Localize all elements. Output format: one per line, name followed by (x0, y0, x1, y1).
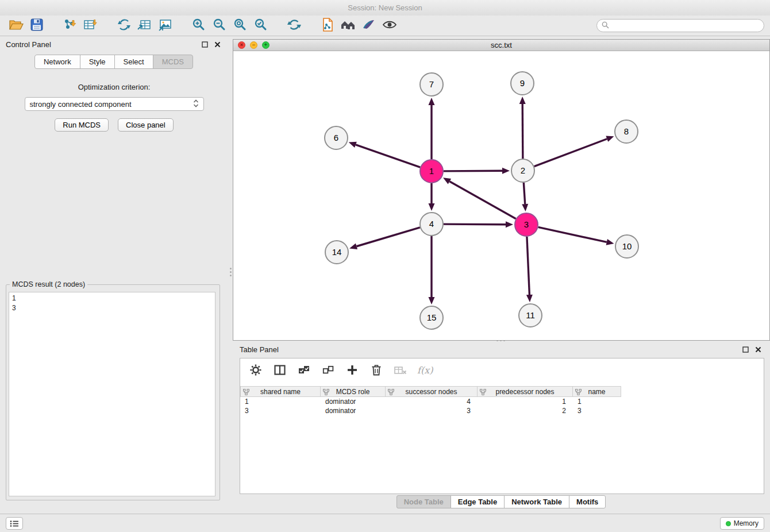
mcds-result-group: MCDS result (2 nodes) 13 (6, 284, 220, 500)
show-columns-button[interactable] (272, 363, 287, 377)
column-header-shared-name[interactable]: shared name (240, 386, 321, 397)
table-header-row: shared nameMCDS rolesuccessor nodesprede… (240, 386, 764, 397)
function-builder-button[interactable]: f(x) (417, 365, 433, 376)
run-mcds-button[interactable]: Run MCDS (55, 118, 109, 132)
show-hide-button[interactable] (379, 17, 400, 34)
graph-node-4[interactable]: 4 (420, 213, 443, 236)
refresh-button[interactable] (284, 17, 305, 34)
table-cell-shared-name[interactable]: 3 (240, 406, 321, 415)
table-cell-name[interactable]: 1 (573, 397, 621, 406)
export-table-button[interactable] (134, 17, 155, 34)
zoom-in-button[interactable] (188, 17, 209, 34)
vertical-splitter[interactable] (229, 265, 232, 278)
network-canvas-area[interactable]: 7968124314101511 (233, 51, 769, 340)
graph-node-3[interactable]: 3 (515, 213, 538, 236)
import-network-button[interactable] (60, 17, 80, 34)
table-cell-mcds-role[interactable]: dominator (321, 406, 386, 415)
document-network-icon (320, 17, 335, 34)
table-cell-predecessor-nodes[interactable]: 1 (478, 397, 573, 406)
unchecked-boxes-icon (322, 365, 334, 375)
graph-edge[interactable] (444, 224, 506, 225)
dropdown-value: strongly connected component (30, 100, 132, 109)
select-all-button[interactable] (297, 363, 311, 377)
graph-edge[interactable] (534, 139, 607, 167)
graph-edge[interactable] (523, 183, 525, 204)
graph-node-1[interactable]: 1 (420, 160, 443, 183)
graph-node-6[interactable]: 6 (325, 126, 348, 149)
tab-mcds[interactable]: MCDS (153, 55, 193, 69)
network-window-titlebar[interactable]: × − + scc.txt (233, 40, 769, 51)
tab-network[interactable]: Network (34, 55, 80, 69)
table-cell-name[interactable]: 3 (573, 406, 621, 415)
table-cell-successor-nodes[interactable]: 3 (386, 406, 478, 415)
minimize-window-button[interactable]: − (250, 41, 257, 49)
graph-node-9[interactable]: 9 (511, 72, 534, 95)
close-panel-button-mcds[interactable]: Close panel (118, 118, 174, 132)
checked-boxes-icon (298, 365, 310, 375)
table-row[interactable]: 3dominator323 (240, 406, 764, 415)
graph-edge[interactable] (527, 237, 529, 295)
search-box[interactable] (596, 19, 764, 32)
zoom-fit-button[interactable] (230, 17, 251, 34)
memory-button[interactable]: Memory (720, 517, 764, 530)
new-network-button[interactable] (114, 17, 134, 34)
network-graph[interactable]: 7968124314101511 (233, 51, 769, 340)
graph-edge[interactable] (356, 145, 420, 167)
svg-text:6: 6 (334, 133, 338, 142)
maximize-window-button[interactable]: + (262, 41, 270, 49)
graph-edge[interactable] (444, 171, 502, 171)
table-cell-mcds-role[interactable]: dominator (321, 397, 386, 406)
home-button[interactable] (338, 17, 359, 34)
save-session-button[interactable] (26, 17, 47, 34)
column-header-mcds-role[interactable]: MCDS role (321, 386, 386, 397)
import-table-button[interactable] (80, 17, 101, 34)
export-image-button[interactable] (155, 17, 176, 34)
graph-edge[interactable] (538, 227, 607, 242)
graph-node-7[interactable]: 7 (420, 73, 443, 96)
gear-icon (250, 364, 261, 376)
float-panel-button[interactable] (199, 39, 210, 49)
deselect-all-button[interactable] (321, 363, 336, 377)
column-header-successor-nodes[interactable]: successor nodes (386, 386, 478, 397)
network-view-window: × − + scc.txt 7968124314101511 (233, 39, 770, 341)
apply-style-button[interactable] (359, 17, 379, 34)
column-header-name[interactable]: name (573, 386, 621, 397)
table-settings-button[interactable] (248, 363, 263, 377)
graph-node-10[interactable]: 10 (615, 235, 638, 258)
add-column-button[interactable] (345, 363, 360, 377)
graph-node-11[interactable]: 11 (519, 304, 542, 327)
mcds-result-list[interactable]: 13 (9, 292, 215, 496)
table-cell-shared-name[interactable]: 1 (240, 397, 321, 406)
graph-edge-arrowhead (506, 221, 513, 228)
tab-style[interactable]: Style (80, 55, 115, 69)
graph-edge[interactable] (357, 228, 420, 246)
table-cell-predecessor-nodes[interactable]: 2 (478, 406, 573, 415)
graph-node-8[interactable]: 8 (615, 120, 638, 143)
zoom-out-button[interactable] (209, 17, 230, 34)
graph-edge[interactable] (522, 104, 523, 159)
table-cell-successor-nodes[interactable]: 4 (386, 397, 478, 406)
task-history-button[interactable] (6, 517, 23, 530)
tab-motifs[interactable]: Motifs (569, 495, 606, 508)
tab-select[interactable]: Select (114, 55, 153, 69)
column-header-predecessor-nodes[interactable]: predecessor nodes (478, 386, 573, 397)
search-input[interactable] (612, 22, 759, 30)
open-session-button[interactable] (6, 17, 26, 34)
graph-node-14[interactable]: 14 (325, 241, 348, 264)
zoom-selected-button[interactable] (251, 17, 271, 34)
tab-edge-table[interactable]: Edge Table (451, 495, 505, 508)
graph-node-15[interactable]: 15 (420, 306, 443, 329)
close-table-panel-button[interactable] (753, 344, 763, 354)
close-panel-button[interactable] (212, 39, 222, 49)
table-row[interactable]: 1dominator411 (240, 397, 764, 406)
graph-node-2[interactable]: 2 (511, 159, 534, 182)
copy-view-button[interactable] (317, 17, 338, 34)
tab-node-table[interactable]: Node Table (396, 495, 451, 508)
tab-network-table[interactable]: Network Table (504, 495, 569, 508)
optimization-criterion-dropdown[interactable]: strongly connected component (25, 97, 204, 111)
close-window-button[interactable]: × (238, 41, 245, 49)
delete-column-button[interactable] (369, 363, 384, 377)
delete-table-button[interactable] (393, 363, 408, 377)
float-table-panel-button[interactable] (740, 344, 750, 354)
graph-edge[interactable] (449, 182, 515, 219)
